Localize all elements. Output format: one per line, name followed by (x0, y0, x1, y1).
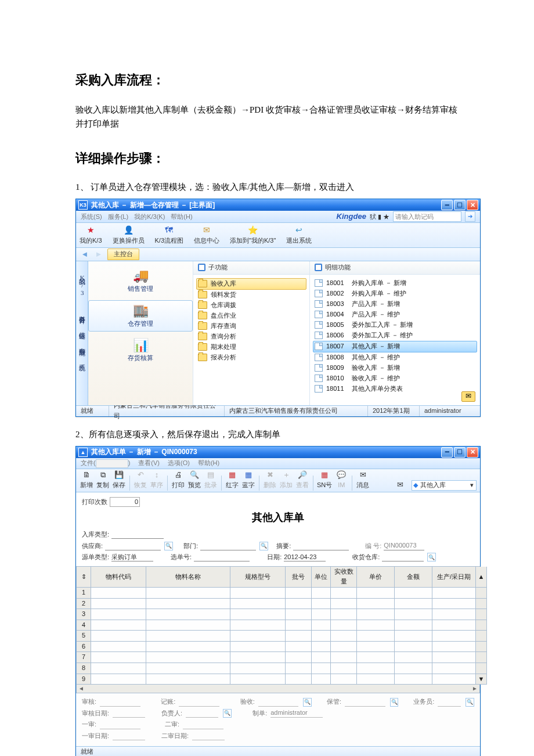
lookup-icon[interactable]: 🔍 (303, 698, 312, 707)
detail-item-18011[interactable]: 18011其他入库单分类表 (315, 384, 475, 394)
summary-field[interactable] (293, 542, 349, 550)
receive-field[interactable] (258, 698, 298, 707)
selno-field[interactable] (194, 553, 250, 561)
detail-item-18005[interactable]: 18005委外加工入库 － 新增 (315, 320, 475, 330)
detail-item-18009[interactable]: 18009验收入库 － 新增 (315, 363, 475, 373)
module-selector[interactable]: ◆其他入库▾ (412, 480, 477, 491)
detail-item-18010[interactable]: 18010验收入库 － 维护 (315, 373, 475, 384)
lookup-icon[interactable]: 🔍 (390, 698, 399, 707)
lookup-icon[interactable]: 🔍 (164, 542, 173, 550)
minimize-button[interactable]: ━ (441, 447, 453, 458)
toolbar2-删除[interactable]: ✖删除 (263, 471, 277, 491)
dept-field[interactable] (200, 542, 256, 550)
sub-item-盘点作业[interactable]: 盘点作业 (198, 311, 305, 321)
toolbar2-消息[interactable]: ✉消息 (356, 471, 370, 491)
left-rail-财务会计[interactable]: 财务会计 (77, 307, 87, 316)
toolbar2-预览[interactable]: 🔍预览 (187, 471, 201, 491)
left-rail-我的K/3[interactable]: 我的K/3 (77, 269, 87, 300)
toolbar2-SN号[interactable]: ▦SN号 (317, 471, 332, 491)
menu-help[interactable]: 帮助(H) (198, 458, 219, 469)
entry-grid[interactable]: ⇕物料代码物料名称规格型号批号单位实收数量单价金额生产/采日期▲12345678… (76, 566, 480, 685)
print-count-field[interactable]: 0 (110, 497, 140, 507)
left-rail-系统[interactable]: 系统 (77, 355, 87, 363)
folder-icon (198, 291, 207, 298)
sales-field[interactable] (438, 698, 461, 707)
supplier-field[interactable] (105, 542, 161, 550)
close-button[interactable]: ✕ (467, 447, 478, 458)
date-field[interactable]: 2012-04-23 (284, 553, 326, 561)
detail-item-18007[interactable]: 18007其他入库 － 新增 (313, 341, 477, 352)
close-button[interactable]: ✕ (467, 200, 478, 210)
keep-field[interactable] (345, 698, 385, 707)
toolbar2-查看[interactable]: 🔎查看 (295, 471, 309, 491)
menu-file[interactable]: 文件() (81, 458, 130, 469)
detail-item-18001[interactable]: 18001外购入库单 － 新增 (315, 278, 475, 289)
sub-item-查询分析[interactable]: 查询分析 (198, 332, 305, 342)
maximize-button[interactable]: ☐ (454, 200, 466, 210)
toolbar-K/3流程图[interactable]: 🗺K/3流程图 (155, 225, 184, 246)
toolbar-我的K/3[interactable]: ★我的K/3 (80, 225, 102, 246)
title-bar[interactable]: K3 其他入库 － 新增—仓存管理 － [主界面] ━ ☐ ✕ (76, 199, 480, 211)
detail-item-18002[interactable]: 18002外购入库单 － 维护 (315, 289, 475, 299)
billno-label: 编 号: (365, 541, 381, 552)
detail-item-18003[interactable]: 18003产品入库 － 新增 (315, 299, 475, 309)
toolbar2-蓝字[interactable]: ▦蓝字 (241, 471, 255, 491)
src-type-field[interactable]: 采购订单 (111, 553, 153, 561)
detail-item-18008[interactable]: 18008其他入库 － 维护 (315, 352, 475, 363)
search-go-button[interactable]: ➔ (465, 211, 475, 222)
lookup-icon[interactable]: 🔍 (259, 542, 268, 550)
module-销售管理[interactable]: 🚚销售管理 (88, 268, 193, 294)
sub-item-报表分析[interactable]: 报表分析 (198, 352, 305, 363)
nav-fwd-icon[interactable]: ► (93, 249, 104, 260)
module-仓存管理[interactable]: 🏬仓存管理 (88, 300, 193, 332)
nav-back-icon[interactable]: ◄ (80, 249, 90, 260)
minimize-button[interactable]: ━ (441, 200, 453, 210)
menu-option[interactable]: 选项(O) (168, 458, 190, 469)
sub-item-期末处理[interactable]: 期末处理 (198, 342, 305, 352)
entry-type-field[interactable] (111, 530, 164, 539)
sub-item-仓库调拨[interactable]: 仓库调拨 (198, 300, 305, 311)
toolbar-更换操作员[interactable]: 👤更换操作员 (113, 225, 145, 246)
grid-hscroll[interactable]: ◄► (76, 685, 480, 693)
toolbar-退出系统[interactable]: ↩退出系统 (286, 225, 312, 246)
lookup-icon[interactable]: 🔍 (466, 698, 474, 707)
toolbar2-批录[interactable]: ▤批录 (204, 471, 218, 491)
toolbar2-草序[interactable]: ↕草序 (150, 471, 164, 491)
menu-myk3[interactable]: 我的K/3(K) (134, 212, 165, 222)
toolbar-添加到"我的K/3"[interactable]: ⭐添加到"我的K/3" (230, 225, 276, 246)
menu-view[interactable]: 查看(V) (138, 458, 160, 469)
resp-field[interactable] (186, 709, 218, 718)
folder-icon (198, 333, 207, 340)
sub-item-领料发货[interactable]: 领料发货 (198, 290, 305, 300)
menu-system[interactable]: 系统(S) (81, 212, 102, 222)
toolbar2-保存[interactable]: 💾保存 (112, 471, 126, 491)
menu-help[interactable]: 帮助(H) (171, 212, 192, 222)
menu-service[interactable]: 服务(L) (108, 212, 128, 222)
left-rail-供应链[interactable]: 供应链 (77, 323, 87, 332)
lookup-icon[interactable]: 🔍 (223, 709, 232, 718)
toolbar2-添加[interactable]: ＋添加 (279, 471, 293, 491)
search-input[interactable]: 请输入助记码 (393, 211, 461, 222)
toolbar2-IM[interactable]: 💬IM (334, 471, 348, 491)
first-audit-date-field (113, 732, 145, 740)
toolbar2-msg[interactable]: ✉ (393, 481, 407, 489)
tab-main-console[interactable]: 主控台 (107, 249, 139, 260)
inwh-field[interactable] (382, 553, 424, 561)
title-bar-2[interactable]: ▲ 其他入库单 － 新增 － QIN000073 ━ ☐ ✕ (76, 447, 480, 458)
detail-item-18004[interactable]: 18004产品入库 － 维护 (315, 309, 475, 320)
module-存货核算[interactable]: 📊存货核算 (88, 337, 193, 363)
toolbar2-复制[interactable]: ⧉复制 (96, 471, 110, 491)
toolbar-信息中心[interactable]: ✉信息中心 (194, 225, 219, 246)
toolbar2-新增[interactable]: 🗎新增 (80, 471, 93, 491)
toolbar2-打印[interactable]: 🖨打印 (171, 471, 185, 491)
sub-item-库存查询[interactable]: 库存查询 (198, 321, 305, 332)
maximize-button[interactable]: ☐ (454, 447, 466, 458)
detail-item-18006[interactable]: 18006委外加工入库 － 维护 (315, 330, 475, 341)
cube-icon (315, 264, 322, 271)
toolbar2-红字[interactable]: ▦红字 (225, 471, 239, 491)
sub-item-验收入库[interactable]: 验收入库 (196, 278, 306, 290)
lookup-icon[interactable]: 🔍 (427, 553, 436, 561)
toolbar2-恢复[interactable]: ↶恢复 (134, 471, 147, 491)
mail-icon[interactable]: ✉ (461, 391, 475, 402)
left-rail-商业智能[interactable]: 商业智能 (77, 339, 87, 348)
